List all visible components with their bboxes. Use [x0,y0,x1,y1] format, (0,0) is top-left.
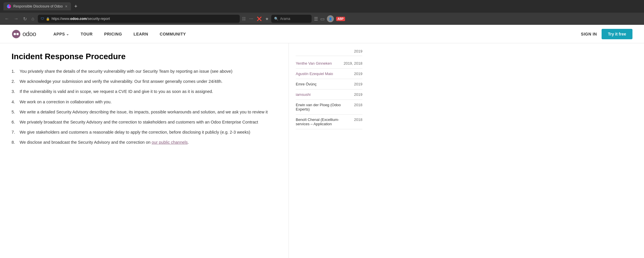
list-item: We work on a correction in collaboration… [12,99,277,105]
sidebar-entry-name-4: Erwin van der Ploeg (Odoo Experts) [296,103,352,111]
browser-tab-bar: Responsible Disclosure of Odoo × + [0,0,644,13]
sidebar-entry-name-5: Benoît Chenal (Excellium-services – Appl… [296,117,352,126]
list-item: You privately share the details of the s… [12,68,277,75]
lock-icon: 🔒 [46,17,50,21]
home-button[interactable]: ⌂ [30,15,35,23]
bookmark-icon[interactable]: ★ [265,16,269,21]
reader-view-icon[interactable]: ☷ [242,16,246,21]
nav-right: SIGN IN Try it free [581,29,632,39]
active-tab[interactable]: Responsible Disclosure of Odoo × [3,2,71,10]
nav-item-tour[interactable]: TOUR [75,25,98,43]
sidebar-entry-name-2: Emre Övünç [296,82,317,86]
sidebar-entry-name-1[interactable]: Agustín Ezequiel Maio [296,72,333,76]
procedure-list: You privately share the details of the s… [12,68,277,146]
list-item: We acknowledge your submission and verif… [12,78,277,85]
svg-point-0 [12,30,20,38]
sidebar-entry-year-0: 2019, 2018 [344,61,362,66]
profile-button[interactable]: 👤 [327,15,334,22]
back-button[interactable]: ← [3,15,10,23]
sign-in-button[interactable]: SIGN IN [581,32,597,36]
sidebar-entry-year-3: 2019 [354,92,362,97]
list-item: We write a detailed Security Advisory de… [12,109,277,115]
sidebar-entry-year-2: 2019 [354,82,362,86]
public-channels-link[interactable]: our public channels [152,140,188,145]
forward-button[interactable]: → [13,15,20,23]
sidebar-top-year: 2019 [296,49,362,56]
search-box[interactable]: 🔍 Arama [271,15,312,23]
tab-title: Responsible Disclosure of Odoo [13,4,63,8]
try-free-button[interactable]: Try it free [602,29,632,39]
url-text: https://www.odoo.com/security-report [52,17,110,21]
tab-list: Responsible Disclosure of Odoo × + [3,2,80,11]
url-bar[interactable]: 🛡 🔒 https://www.odoo.com/security-report [38,15,240,23]
nav-item-apps[interactable]: APPS ⌄ [48,25,75,43]
odoo-logo-text: odoo [23,30,36,38]
sidebar-entry-year-4: 2018 [354,103,362,107]
svg-point-2 [16,33,19,35]
search-icon: 🔍 [274,17,278,21]
refresh-button[interactable]: ↻ [22,15,28,23]
pocket-icon[interactable]: ❌ [257,16,262,21]
shield-icon: 🛡 [41,17,44,21]
nav-item-community[interactable]: COMMUNITY [154,25,192,43]
tab-favicon [7,4,11,8]
list-item: If the vulnerability is valid and in sco… [12,88,277,95]
sidebar-entry-name-3[interactable]: iamsushi [296,92,310,97]
content-area: Incident Response Procedure You privatel… [0,43,289,258]
sidebar-entry-5: Benoît Chenal (Excellium-services – Appl… [296,115,362,129]
site-navigation: odoo APPS ⌄ TOUR PRICING LEARN COMMUNITY… [0,25,644,43]
close-tab-button[interactable]: × [65,4,67,9]
sidebar-entry-year-1: 2019 [354,72,362,76]
search-placeholder: Arama [280,17,290,21]
new-tab-button[interactable]: + [72,2,80,11]
browser-toolbar: ← → ↻ ⌂ 🛡 🔒 https://www.odoo.com/securit… [0,13,644,25]
nav-item-pricing[interactable]: PRICING [98,25,128,43]
sidebar-entry-0: Yenthe Van Ginneken 2019, 2018 [296,58,362,69]
sidebar-entry-3: iamsushi 2019 [296,89,362,100]
main-wrapper: Incident Response Procedure You privatel… [0,43,644,258]
odoo-logo[interactable]: odoo [12,29,36,39]
sidebar-entry-year-5: 2018 [354,117,362,122]
svg-point-1 [14,33,16,35]
sidebar-entry-4: Erwin van der Ploeg (Odoo Experts) 2018 [296,100,362,115]
more-button[interactable]: ⋯ [249,16,253,21]
list-item: We privately broadcast the Security Advi… [12,119,277,126]
sidebar-toggle-icon[interactable]: ▭ [320,16,325,22]
history-icon[interactable]: ☰ [314,16,318,22]
sidebar-entry-name-0[interactable]: Yenthe Van Ginneken [296,61,332,66]
sidebar-entry-1: Agustín Ezequiel Maio 2019 [296,69,362,79]
odoo-logo-icon [12,29,21,39]
nav-item-learn[interactable]: LEARN [128,25,154,43]
page-title: Incident Response Procedure [12,52,277,61]
toolbar-actions: ☷ ⋯ ❌ ★ [242,16,269,21]
list-item: We give stakeholders and customers a rea… [12,129,277,136]
sidebar: 2019 Yenthe Van Ginneken 2019, 2018 Agus… [289,43,369,258]
list-item: We disclose and broadcast the Security A… [12,139,277,146]
chevron-down-icon: ⌄ [66,32,69,36]
sidebar-entry-2: Emre Övünç 2019 [296,79,362,89]
abp-badge[interactable]: ABP [336,17,345,21]
nav-items: APPS ⌄ TOUR PRICING LEARN COMMUNITY [48,25,581,43]
